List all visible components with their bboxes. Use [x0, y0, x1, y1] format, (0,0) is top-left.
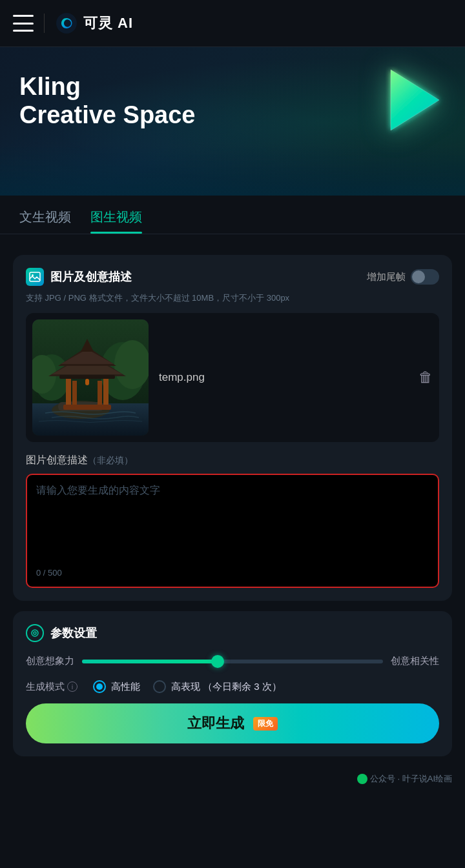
logo-area: 可灵 AI	[55, 12, 133, 35]
generate-badge: 限免	[253, 717, 278, 731]
play-icon	[381, 66, 446, 137]
description-label: 图片创意描述（非必填）	[26, 454, 439, 467]
delete-image-button[interactable]: 🗑	[418, 369, 433, 386]
radio-inner-high-perf	[96, 683, 103, 690]
radio-high-perf	[93, 680, 106, 693]
image-section-header: 图片及创意描述 增加尾帧	[26, 268, 439, 286]
description-textarea[interactable]	[36, 484, 429, 561]
image-section-icon	[26, 268, 44, 286]
filename-area: temp.png 🗑	[159, 369, 433, 386]
mode-options: 高性能 高表现 （今日剩余 3 次）	[93, 680, 282, 693]
header-divider	[44, 14, 45, 33]
creativity-slider[interactable]	[82, 660, 383, 663]
char-count: 0 / 500	[36, 568, 429, 578]
tab-image-to-video[interactable]: 图生视频	[90, 208, 142, 234]
image-hint: 支持 JPG / PNG 格式文件，文件大小不超过 10MB，尺寸不小于 300…	[26, 292, 439, 304]
description-textarea-wrap: 0 / 500	[26, 474, 439, 588]
tail-frame-label: 增加尾帧	[367, 271, 406, 283]
app-header: 可灵 AI	[0, 0, 465, 47]
pavilion-illustration	[32, 319, 149, 436]
logo-text: 可灵 AI	[83, 14, 133, 33]
menu-button[interactable]	[13, 15, 34, 32]
generate-button[interactable]: 立即生成 限免	[26, 703, 439, 743]
tab-text-to-video[interactable]: 文生视频	[19, 208, 71, 234]
image-section-title: 图片及创意描述	[26, 268, 132, 286]
creativity-row: 创意想象力 创意相关性	[26, 655, 439, 667]
svg-rect-21	[59, 375, 115, 379]
watermark-text: 公众号 · 叶子说AI绘画	[370, 773, 452, 785]
tail-frame-toggle-area: 增加尾帧	[367, 269, 439, 285]
mode-high-perf-label: 高性能	[111, 681, 140, 693]
mode-info-icon[interactable]: i	[67, 681, 78, 692]
generate-button-label: 立即生成	[187, 714, 244, 733]
svg-rect-15	[63, 405, 111, 410]
radio-high-qual	[153, 680, 166, 693]
kling-logo-icon	[55, 12, 78, 35]
mode-high-qual[interactable]: 高表现 （今日剩余 3 次）	[153, 680, 282, 693]
svg-point-23	[32, 630, 38, 636]
svg-rect-14	[98, 381, 102, 409]
image-upload-box[interactable]: temp.png 🗑	[26, 313, 439, 442]
mode-label: 生成模式 i	[26, 681, 78, 693]
hero-water-effect	[0, 144, 465, 196]
creativity-right-label: 创意相关性	[391, 655, 439, 667]
params-card: 参数设置 创意想象力 创意相关性 生成模式 i	[13, 611, 452, 756]
mode-high-qual-label: 高表现 （今日剩余 3 次）	[171, 681, 282, 693]
mode-high-perf[interactable]: 高性能	[93, 680, 140, 693]
main-content: 图片及创意描述 增加尾帧 支持 JPG / PNG 格式文件，文件大小不超过 1…	[0, 245, 465, 767]
params-icon	[26, 624, 44, 642]
creativity-label: 创意想象力	[26, 655, 74, 667]
svg-rect-13	[72, 381, 77, 409]
tab-divider	[0, 234, 465, 234]
play-icon-container	[381, 66, 446, 140]
wechat-watermark: 公众号 · 叶子说AI绘画	[0, 767, 465, 795]
hero-banner: Kling Creative Space	[0, 47, 465, 196]
svg-rect-12	[103, 378, 108, 409]
uploaded-filename: temp.png	[159, 371, 205, 384]
svg-rect-11	[66, 378, 71, 409]
params-title: 参数设置	[50, 625, 97, 641]
wechat-icon	[357, 774, 367, 784]
image-section-card: 图片及创意描述 增加尾帧 支持 JPG / PNG 格式文件，文件大小不超过 1…	[13, 255, 452, 601]
uploaded-image-preview	[32, 319, 149, 436]
svg-point-24	[34, 632, 36, 634]
tab-bar: 文生视频 图生视频	[0, 196, 465, 234]
mode-row: 生成模式 i 高性能 高表现 （今日剩余 3 次）	[26, 680, 439, 693]
svg-rect-22	[85, 379, 89, 385]
tail-frame-toggle[interactable]	[411, 269, 439, 285]
params-header: 参数设置	[26, 624, 439, 642]
